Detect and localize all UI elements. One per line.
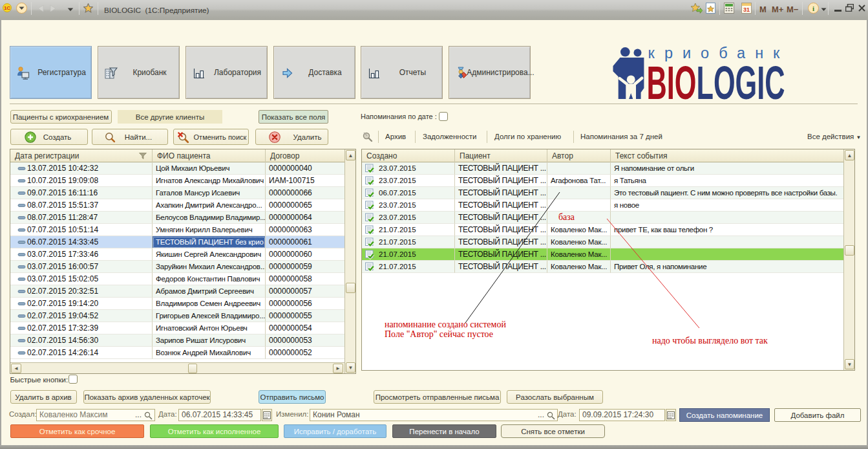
svg-text:i: i [812,5,814,12]
svg-text:31: 31 [743,6,750,13]
svg-text:BIOLOGIC: BIOLOGIC [647,57,785,104]
svg-text:1C: 1C [4,5,10,11]
